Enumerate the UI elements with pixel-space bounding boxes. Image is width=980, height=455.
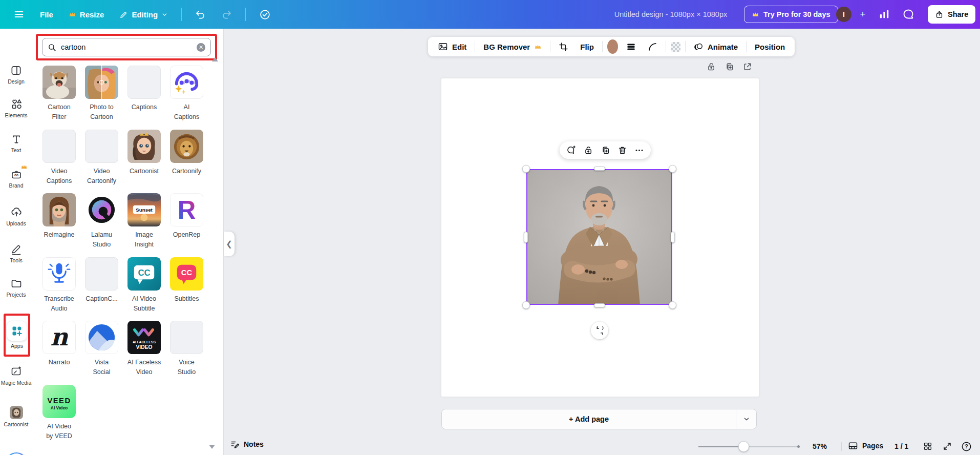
duplicate-page-button[interactable] <box>725 62 734 72</box>
canva-assistant-button[interactable] <box>6 452 27 455</box>
flip-button[interactable]: Flip <box>577 40 598 54</box>
more-options-icon[interactable] <box>634 146 644 155</box>
scroll-up-arrow-icon[interactable] <box>212 57 218 61</box>
app-tile-cartoonify[interactable]: Cartoonify <box>170 130 203 194</box>
resize-handle-right[interactable] <box>671 232 675 243</box>
undo-button[interactable] <box>189 5 212 24</box>
try-pro-label: Try Pro for 30 days <box>763 10 830 18</box>
app-thumbnail-ai-faceless-video: AI FACELESSVIDEO <box>127 321 161 354</box>
zoom-level[interactable]: 57% <box>813 442 827 450</box>
resize-handle-bottom-right[interactable] <box>669 301 676 309</box>
comments-button[interactable] <box>902 8 914 20</box>
duplicate-icon[interactable] <box>601 146 610 155</box>
comment-icon[interactable] <box>566 145 577 155</box>
app-tile-vista-social[interactable]: Vista Social <box>85 321 118 385</box>
try-pro-button[interactable]: Try Pro for 30 days <box>744 6 838 23</box>
crop-icon <box>559 42 568 52</box>
app-tile-image-insight[interactable]: SunsetImage Insight <box>127 193 161 257</box>
corner-rounding-button[interactable] <box>644 39 661 54</box>
pages-button[interactable]: Pages <box>848 441 883 451</box>
sidebar-item-brand[interactable]: co Brand <box>0 168 32 189</box>
share-button[interactable]: Share <box>928 5 975 24</box>
sidebar-item-text[interactable]: Text <box>0 134 32 153</box>
sidebar-item-uploads[interactable]: Uploads <box>0 206 32 226</box>
position-button[interactable]: Position <box>751 40 789 54</box>
export-page-button[interactable] <box>742 62 752 72</box>
bg-remover-button[interactable]: BG Remover <box>480 40 545 54</box>
app-tile-captions[interactable]: Captions <box>127 66 161 130</box>
user-avatar[interactable]: I <box>836 7 851 22</box>
design-title[interactable]: Untitled design - 1080px × 1080px <box>611 0 730 29</box>
editing-mode-menu[interactable]: Editing <box>113 6 174 23</box>
sidebar-item-design[interactable]: Design <box>0 65 32 85</box>
resize-handle-top[interactable] <box>594 167 605 171</box>
add-member-button[interactable]: + <box>856 8 869 21</box>
sidebar-item-elements[interactable]: Elements <box>0 98 32 118</box>
app-tile-label: Image Insight <box>122 230 166 250</box>
sidebar-item-label: Uploads <box>6 220 26 226</box>
resize-handle-top-right[interactable] <box>669 165 676 173</box>
toolbar-divider <box>666 41 666 52</box>
app-tile-video-captions[interactable]: Video Captions <box>42 130 76 194</box>
grid-view-button[interactable] <box>923 442 932 451</box>
app-tile-video-cartoonify[interactable]: Video Cartoonify <box>85 130 118 194</box>
file-menu[interactable]: File <box>34 6 59 23</box>
insights-button[interactable] <box>879 9 890 20</box>
add-page-button[interactable]: + Add page <box>442 409 736 429</box>
app-tile-reimagine[interactable]: Reimagine <box>42 193 76 257</box>
add-page-options-button[interactable] <box>736 409 756 429</box>
app-tile-lalamu-studio[interactable]: Lalamu Studio <box>85 193 118 257</box>
app-tile-ai-captions[interactable]: AI Captions <box>170 66 203 130</box>
app-thumbnail-cartoon-filter <box>42 66 76 99</box>
app-tile-ai-video-by-veed[interactable]: VEEDAI VideoAI Video by VEED <box>42 385 76 449</box>
scroll-down-arrow-icon[interactable] <box>209 445 215 449</box>
selected-image[interactable] <box>526 169 672 305</box>
notes-button[interactable]: Notes <box>230 440 264 449</box>
sidebar-item-magic-media[interactable]: Magic Media <box>0 365 32 386</box>
rotate-handle[interactable] <box>591 322 608 339</box>
resize-menu[interactable]: Resize <box>62 6 111 23</box>
app-tile-openrep[interactable]: ROpenRep <box>170 193 203 257</box>
main-menu-button[interactable] <box>7 5 31 24</box>
clear-search-icon[interactable]: ✕ <box>197 43 205 52</box>
app-tile-photo-to-cartoon[interactable]: Photo to Cartoon <box>85 66 118 130</box>
toolbar-divider <box>685 41 686 52</box>
sidebar-item-cartoonist[interactable]: Cartoonist <box>0 406 32 427</box>
app-thumbnail-image-insight: Sunset <box>127 193 161 226</box>
resize-handle-top-left[interactable] <box>522 165 530 173</box>
zoom-slider-thumb[interactable] <box>738 441 749 452</box>
sidebar-item-label: Brand <box>9 182 23 189</box>
app-tile-cartoon-filter[interactable]: Cartoon Filter <box>42 66 76 130</box>
app-tile-voice-studio[interactable]: Voice Studio <box>170 321 203 385</box>
app-tile-transcribe-audio[interactable]: Transcribe Audio <box>42 257 76 321</box>
animate-button[interactable]: Animate <box>690 39 741 54</box>
lock-page-button[interactable] <box>707 62 716 72</box>
delete-icon[interactable] <box>617 146 627 155</box>
app-tile-ai-faceless-video[interactable]: AI FACELESSVIDEOAI Faceless Video <box>127 321 161 385</box>
sidebar-item-apps[interactable]: Apps <box>4 314 30 357</box>
search-input[interactable] <box>61 43 192 51</box>
adjust-button[interactable] <box>623 39 640 54</box>
selection-toolbar <box>560 141 651 159</box>
fullscreen-button[interactable] <box>943 442 952 451</box>
app-tile-subtitles[interactable]: CCSubtitles <box>170 257 203 321</box>
resize-handle-left[interactable] <box>524 232 528 243</box>
app-tile-ai-video-subtitle[interactable]: CCAI Video Subtitle <box>127 257 161 321</box>
lock-icon[interactable] <box>584 146 593 155</box>
redo-button[interactable] <box>215 5 238 24</box>
crop-button[interactable] <box>555 39 572 54</box>
transparency-button[interactable] <box>671 42 680 52</box>
panel-collapse-button[interactable]: ❮ <box>224 232 235 256</box>
resize-handle-bottom[interactable] <box>594 303 605 307</box>
crown-icon <box>752 11 759 18</box>
edit-image-button[interactable]: Edit <box>434 39 470 54</box>
sidebar-item-tools[interactable]: Tools <box>0 243 32 263</box>
app-tile-captionc[interactable]: CaptionC... <box>85 257 118 321</box>
app-tile-narrato[interactable]: nNarrato <box>42 321 76 385</box>
app-tile-cartoonist[interactable]: Cartoonist <box>127 130 161 194</box>
color-swatch[interactable] <box>607 39 618 54</box>
help-button[interactable]: ? <box>961 441 972 452</box>
sidebar-item-projects[interactable]: Projects <box>0 277 32 298</box>
resize-handle-bottom-left[interactable] <box>522 301 530 309</box>
cloud-save-status[interactable] <box>253 5 277 25</box>
